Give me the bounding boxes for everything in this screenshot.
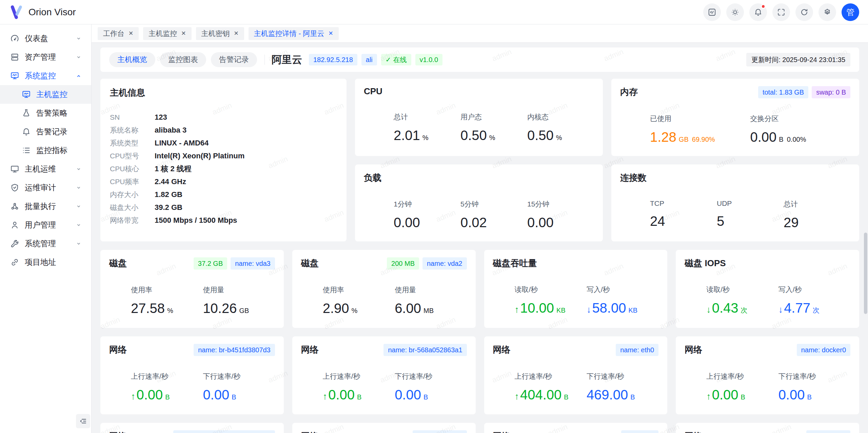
app-window: Orion Visor (0, 0, 868, 433)
content-scroll-area[interactable]: adminadminadminadminadminadminadminadmin… (92, 43, 868, 433)
network-name-tag (173, 430, 275, 433)
stat-unit: B (232, 393, 236, 401)
stat-value: 1.28 (650, 130, 676, 145)
sidebar-item-ops-audit[interactable]: 运维审计 (0, 178, 91, 197)
card-cpu: CPU 总计 2.01% 用户态 0.50% (355, 79, 603, 156)
stat-value: 6.00 (395, 301, 421, 316)
sidebar-item-system-mgmt[interactable]: 系统管理 (0, 234, 91, 253)
stat-value: 0.00 (778, 387, 805, 402)
sidebar: 仪表盘 资产管理 系统监控 主机监控 告警策略 (0, 24, 92, 433)
card-title: 内存 (620, 86, 638, 98)
sidebar-item-batch-exec[interactable]: 批量执行 (0, 197, 91, 216)
sidebar-item-label: 监控指标 (36, 145, 82, 156)
view-tab-overview[interactable]: 主机概览 (109, 52, 155, 67)
close-icon[interactable]: ✕ (234, 30, 239, 37)
memory-total-tag: total: 1.83 GB (758, 86, 808, 98)
theme-button[interactable] (726, 3, 744, 21)
card-title: 网络 (301, 344, 319, 356)
stat-value: 4.77 (784, 300, 810, 316)
top-header: Orion Visor (0, 0, 868, 24)
tab-host-monitoring[interactable]: 主机监控 ✕ (143, 27, 191, 40)
sidebar-item-label: 系统管理 (25, 238, 75, 249)
sidebar-item-monitoring[interactable]: 系统监控 (0, 66, 91, 85)
stat-unit: B (423, 393, 428, 401)
sidebar-item-metrics[interactable]: 监控指标 (0, 141, 91, 160)
network-name-tag: name: br-b451fd3807d3 (194, 344, 275, 356)
close-icon[interactable]: ✕ (129, 30, 133, 37)
network-name-tag (806, 430, 850, 433)
tab-host-keys[interactable]: 主机密钥 ✕ (196, 27, 244, 40)
view-tab-alerts[interactable]: 告警记录 (211, 52, 257, 67)
card-partial-1: 网络 (100, 423, 284, 433)
sidebar-collapse-button[interactable] (76, 414, 90, 428)
stat-read-per-sec: 读取/秒 ↓0.43次 (706, 285, 778, 316)
info-row-sn: SN123 (110, 111, 337, 124)
user-icon (10, 220, 19, 230)
stat-cpu-total: 总计 2.01% (394, 112, 460, 143)
stat-value: 0.50 (527, 128, 554, 143)
sidebar-item-assets[interactable]: 资产管理 (0, 48, 91, 66)
tab-bar: 工作台 ✕ 主机监控 ✕ 主机密钥 ✕ 主机监控详情 - 阿里云 ✕ (92, 24, 868, 43)
stat-unit: B (779, 136, 783, 143)
info-row-cpu-freq: CPU频率2.44 GHz (110, 175, 337, 188)
stat-percent: 0.00% (787, 136, 806, 143)
close-icon[interactable]: ✕ (328, 30, 333, 37)
card-network-docker0: 网络 name: docker0 上行速率/秒 ↑0.00B 下行速率/秒 0.… (676, 336, 859, 414)
notifications-button[interactable] (749, 3, 767, 21)
stat-disk-used: 使用量 6.00MB (395, 285, 467, 316)
card-load: 负载 1分钟 0.00 5分钟 0.02 (355, 164, 603, 242)
tab-host-monitor-detail[interactable]: 主机监控详情 - 阿里云 ✕ (249, 27, 339, 40)
arrow-up-icon: ↑ (706, 391, 711, 402)
sidebar-item-host-monitoring[interactable]: 主机监控 (0, 85, 91, 104)
network-name-tag: name: docker0 (797, 344, 850, 356)
info-row-cpu-cores: CPU核心1 核 2 线程 (110, 162, 337, 175)
sidebar-item-alert-records[interactable]: 告警记录 (0, 122, 91, 141)
fullscreen-button[interactable] (772, 3, 790, 21)
close-icon[interactable]: ✕ (181, 30, 186, 37)
card-title: 磁盘吞吐量 (493, 257, 537, 269)
card-title: 网络 (301, 430, 319, 433)
card-title: 网络 (109, 344, 127, 356)
tab-workbench[interactable]: 工作台 ✕ (98, 27, 139, 40)
sidebar-item-alert-policy[interactable]: 告警策略 (0, 104, 91, 122)
card-partial-2: 网络 (292, 423, 476, 433)
stat-value: 0.02 (460, 215, 487, 230)
stat-value: 24 (650, 214, 665, 229)
bell-icon (22, 127, 31, 136)
stat-read-per-sec: 读取/秒 ↑10.00KB (515, 285, 587, 316)
stat-unit: KB (628, 307, 637, 314)
bell-icon (754, 8, 763, 17)
stat-value: 404.00 (520, 387, 561, 402)
settings-button[interactable] (818, 3, 836, 21)
app-logo[interactable]: Orion Visor (9, 4, 76, 20)
stat-unit: % (422, 134, 429, 142)
avatar[interactable]: 管 (842, 3, 859, 21)
code-button[interactable] (703, 3, 721, 21)
stat-value: 2.01 (394, 128, 420, 143)
refresh-button[interactable] (795, 3, 813, 21)
sidebar-item-host-ops[interactable]: 主机运维 (0, 160, 91, 178)
card-title: 网络 (109, 430, 127, 433)
stat-value: 27.58 (131, 301, 165, 316)
sidebar-item-dashboard[interactable]: 仪表盘 (0, 29, 91, 48)
sidebar-item-project-link[interactable]: 项目地址 (0, 253, 91, 272)
vertical-scrollbar[interactable] (864, 43, 868, 433)
stat-uplink: 上行速率/秒 ↑0.00B (323, 372, 395, 402)
card-partial-3: 网络 (484, 423, 668, 433)
info-row-disk-size: 磁盘大小39.2 GB (110, 201, 337, 214)
refresh-icon (800, 8, 809, 17)
sidebar-item-user-mgmt[interactable]: 用户管理 (0, 216, 91, 234)
stat-memory-swap: 交换分区 0.00B0.00% (750, 114, 851, 145)
stat-cpu-user: 用户态 0.50% (460, 112, 527, 143)
scrollbar-thumb[interactable] (864, 233, 867, 314)
servers-icon (10, 53, 19, 62)
sidebar-item-label: 告警策略 (36, 108, 82, 118)
stat-load-15m: 15分钟 0.00 (527, 199, 594, 230)
arrow-up-icon: ↑ (515, 304, 519, 315)
card-title: 主机信息 (110, 87, 337, 99)
arrow-down-icon: ↓ (587, 304, 591, 315)
alias-tag: ali (361, 54, 377, 65)
view-tab-charts[interactable]: 监控图表 (160, 52, 206, 67)
app-title: Orion Visor (28, 7, 76, 18)
stat-downlink: 下行速率/秒 0.00B (395, 372, 467, 402)
